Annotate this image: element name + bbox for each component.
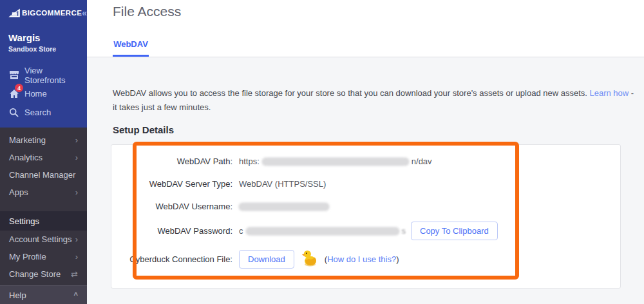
webdav-description: WebDAV allows you to access the file sto… <box>113 86 639 115</box>
chevron-up-icon: ^ <box>74 291 78 299</box>
sidebar-item-label: View Storefronts <box>24 66 80 85</box>
search-icon <box>8 107 19 118</box>
main-content: File Access WebDAV WebDAV allows you to … <box>87 0 644 304</box>
bigcommerce-admin-window: BIGCOMMERCE « Wargis Sandbox Store View … <box>0 0 644 304</box>
cyberduck-connection-row: Cyberduck Connection File: Download <box>111 244 620 274</box>
swap-arrows-icon: ⇄ <box>71 269 78 279</box>
tab-webdav[interactable]: WebDAV <box>113 39 149 57</box>
copy-to-clipboard-button[interactable]: Copy To Clipboard <box>411 222 498 240</box>
content-area: WebDAV allows you to access the file sto… <box>87 58 644 304</box>
chevron-right-icon: › <box>75 135 78 145</box>
description-text: WebDAV allows you to access the file sto… <box>113 88 590 98</box>
webdav-server-type-label: WebDAV Server Type: <box>111 179 239 189</box>
how-do-i-use-this: (How do I use this?) <box>325 254 399 264</box>
webdav-password-label: WebDAV Password: <box>111 226 239 236</box>
sidebar-item-analytics[interactable]: Analytics › <box>0 149 87 166</box>
page-header: File Access WebDAV <box>87 0 644 57</box>
webdav-username-label: WebDAV Username: <box>111 202 239 211</box>
store-block: Wargis Sandbox Store <box>0 18 87 53</box>
sidebar-item-marketing[interactable]: Marketing › <box>0 131 87 149</box>
webdav-path-prefix: https: <box>239 157 260 166</box>
sidebar-item-label: Settings <box>9 216 39 226</box>
redacted-password-value <box>246 227 399 235</box>
chevron-right-icon: › <box>75 187 78 197</box>
cyberduck-duck-icon <box>302 249 318 269</box>
webdav-path-row: WebDAV Path: https: n/dav <box>111 150 620 173</box>
setup-details-panel: WebDAV Path: https: n/dav WebDAV Server … <box>111 144 621 289</box>
sidebar-top-section: BIGCOMMERCE « Wargis Sandbox Store View … <box>0 0 87 128</box>
sidebar-divider <box>0 201 87 211</box>
sidebar-item-my-profile[interactable]: My Profile › <box>0 248 87 265</box>
webdav-username-value <box>239 203 332 211</box>
webdav-password-row: WebDAV Password: c s Copy To Clipboard <box>111 218 620 244</box>
webdav-path-value: https: n/dav <box>239 157 432 166</box>
sidebar-item-view-storefronts[interactable]: View Storefronts <box>0 66 87 84</box>
webdav-password-prefix: c <box>239 226 243 236</box>
sidebar-item-apps[interactable]: Apps › <box>0 184 87 201</box>
sidebar-item-label: Marketing <box>9 135 46 145</box>
home-icon: 4 <box>8 88 19 99</box>
setup-details-heading: Setup Details <box>113 124 174 135</box>
sidebar-collapse-icon[interactable]: « <box>82 8 87 18</box>
webdav-server-type-value: WebDAV (HTTPS/SSL) <box>239 179 326 189</box>
redacted-username-value <box>239 203 329 211</box>
cyberduck-connection-label: Cyberduck Connection File: <box>111 254 239 264</box>
sidebar-item-home[interactable]: 4 Home <box>0 84 87 103</box>
sidebar-item-label: Search <box>24 108 51 117</box>
sidebar-item-channel-manager[interactable]: Channel Manager <box>0 166 87 184</box>
paren-close: ) <box>396 254 399 264</box>
sidebar-item-label: Change Store <box>9 269 61 279</box>
webdav-username-row: WebDAV Username: <box>111 195 620 218</box>
sidebar-item-help[interactable]: Help ^ <box>0 285 87 304</box>
sidebar-item-label: Apps <box>9 187 28 197</box>
sidebar-item-settings[interactable]: Settings <box>0 211 87 231</box>
sidebar-lower-section: Marketing › Analytics › Channel Manager … <box>0 128 87 304</box>
sidebar-item-label: Channel Manager <box>9 170 75 180</box>
webdav-password-value: c s Copy To Clipboard <box>239 222 498 240</box>
learn-how-link[interactable]: Learn how <box>590 88 629 98</box>
sidebar-item-search[interactable]: Search <box>0 103 87 122</box>
download-button[interactable]: Download <box>239 250 294 269</box>
webdav-server-type-row: WebDAV Server Type: WebDAV (HTTPS/SSL) <box>111 173 620 195</box>
page-title: File Access <box>113 4 181 19</box>
store-subtitle: Sandbox Store <box>8 45 79 53</box>
sidebar-item-label: Analytics <box>9 153 43 162</box>
chevron-right-icon: › <box>75 153 78 162</box>
chevron-right-icon: › <box>75 252 78 261</box>
webdav-password-suffix: s <box>402 226 406 236</box>
storefront-icon <box>8 70 19 81</box>
sidebar-item-label: Account Settings <box>9 234 72 244</box>
logo-text: BIGCOMMERCE <box>22 9 82 17</box>
webdav-path-suffix: n/dav <box>412 157 432 166</box>
store-name: Wargis <box>8 32 79 43</box>
sidebar-item-change-store[interactable]: Change Store ⇄ <box>0 265 87 283</box>
sidebar-item-account-settings[interactable]: Account Settings › <box>0 231 87 248</box>
cyberduck-connection-value: Download (How <box>239 249 399 269</box>
how-do-i-use-this-link[interactable]: How do I use this? <box>327 254 396 264</box>
sidebar-item-label: Help <box>9 290 26 300</box>
sidebar-top-nav: View Storefronts 4 Home Search <box>0 66 87 122</box>
logo-row: BIGCOMMERCE « <box>0 8 87 18</box>
sidebar: BIGCOMMERCE « Wargis Sandbox Store View … <box>0 0 87 304</box>
sidebar-item-label: My Profile <box>9 252 46 261</box>
redacted-path-value <box>262 158 409 166</box>
chevron-right-icon: › <box>75 234 78 244</box>
webdav-path-label: WebDAV Path: <box>111 157 239 166</box>
sidebar-item-label: Home <box>24 89 47 99</box>
bigcommerce-logo-icon <box>8 8 21 18</box>
home-notification-badge: 4 <box>15 84 23 92</box>
